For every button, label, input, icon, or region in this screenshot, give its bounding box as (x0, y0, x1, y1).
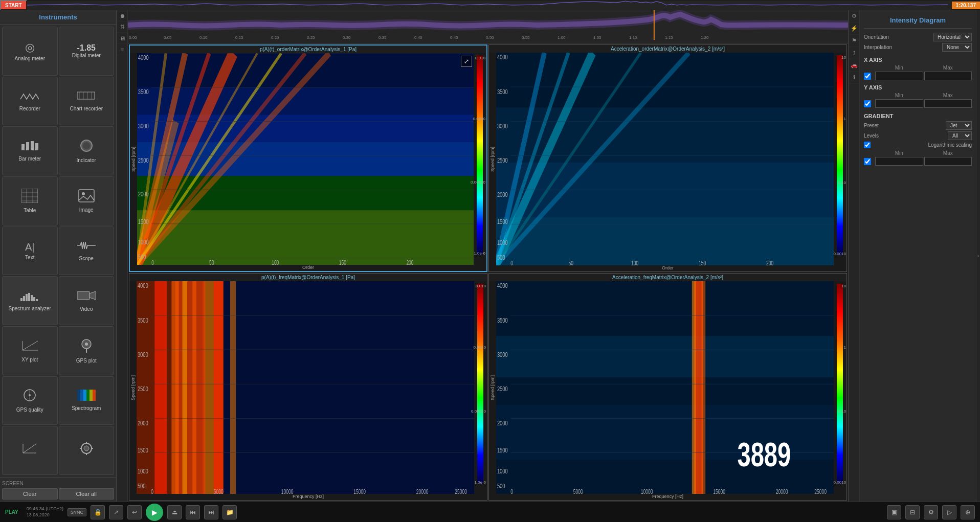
bottom-right-btn4[interactable]: ⊕ (961, 505, 975, 519)
car-icon[interactable]: 🚗 (849, 59, 860, 72)
sync-button[interactable]: SYNC (68, 508, 86, 516)
extra1-icon (21, 442, 38, 458)
toggle-icon[interactable]: ⇅ (117, 21, 128, 33)
bottom-right-btn1[interactable]: ▣ (887, 505, 901, 519)
sidebar-item-spectrum-analyzer[interactable]: Spectrum analyzer (2, 276, 58, 325)
lightning-icon[interactable]: ⚡ (849, 22, 860, 35)
x-axis-max-input[interactable]: 204.8 (924, 72, 972, 80)
svg-rect-156 (496, 336, 834, 377)
flag-icon[interactable]: ⚑ (849, 35, 860, 47)
sidebar-item-gps-plot[interactable]: GPS plot (59, 326, 115, 375)
gradient-levels-select[interactable]: All 64 128 (948, 131, 972, 140)
svg-point-36 (29, 394, 31, 396)
folder-button[interactable]: 📁 (222, 505, 237, 519)
sidebar-item-table[interactable]: Table (2, 176, 58, 225)
right-panel-collapse[interactable]: › (976, 10, 980, 502)
right-icon-bar: ⚙ ⚡ ⚑ ⤴ 🚗 ℹ (849, 10, 860, 502)
y-axis-min-input[interactable]: 100 (875, 99, 923, 108)
svg-text:10000: 10000 (641, 489, 653, 494)
expand-button-1[interactable]: ⤢ (461, 56, 472, 67)
sidebar-item-digital-meter[interactable]: -1.85 Digital meter (59, 27, 115, 76)
clear-all-button[interactable]: Clear all (59, 488, 115, 500)
svg-text:3889: 3889 (737, 436, 791, 473)
sidebar-item-gps-quality[interactable]: GPS quality (2, 376, 58, 425)
list-icon[interactable]: ≡ (117, 44, 128, 55)
svg-text:500: 500 (138, 483, 146, 490)
start-button[interactable]: START (0, 0, 27, 10)
svg-rect-104 (496, 217, 834, 265)
svg-rect-79 (137, 210, 474, 265)
svg-text:1500: 1500 (138, 447, 148, 454)
screen-label: SCREEN (2, 480, 114, 487)
info-icon[interactable]: ℹ (849, 72, 860, 84)
svg-text:20000: 20000 (776, 489, 788, 494)
svg-text:1000: 1000 (497, 467, 508, 474)
log-scaling-checkbox[interactable] (864, 142, 871, 148)
interpolation-select[interactable]: None Linear (942, 43, 972, 52)
bar-meter-icon (20, 140, 39, 154)
sidebar-item-xy-plot[interactable]: XY plot (2, 326, 58, 375)
sidebar-item-chart-recorder[interactable]: Chart recorder (59, 77, 115, 126)
screen-icon[interactable]: 🖥 (117, 33, 128, 44)
y-axis-max-input[interactable]: 4000 (924, 99, 972, 108)
share-icon[interactable]: ⤴ (849, 47, 860, 59)
xy-plot-label: XY plot (21, 357, 38, 362)
sidebar-item-indicator[interactable]: Indicator (59, 126, 115, 175)
record-icon[interactable]: ⏺ (117, 10, 128, 21)
lock-button[interactable]: 🔒 (91, 505, 105, 519)
play-button[interactable]: ▶ (146, 504, 163, 521)
sidebar-item-spectrogram[interactable]: Spectrogram (59, 376, 115, 425)
svg-text:3000: 3000 (138, 122, 149, 129)
sidebar-item-extra2[interactable] (59, 426, 115, 475)
sidebar-item-analog-meter[interactable]: ◎ Analog meter (2, 27, 58, 76)
svg-text:2000: 2000 (497, 191, 508, 198)
bottom-right-btn3[interactable]: ▷ (942, 505, 956, 519)
gradient-min-input[interactable]: 2.7e-7 (875, 157, 923, 166)
x-axis-checkbox[interactable] (864, 73, 871, 80)
y-axis-checkbox[interactable] (864, 100, 871, 107)
sidebar-item-bar-meter[interactable]: Bar meter (2, 126, 58, 175)
sidebar-item-recorder[interactable]: Recorder (2, 77, 58, 126)
eject-button[interactable]: ⏏ (167, 505, 182, 519)
undo-button[interactable]: ↩ (127, 505, 142, 519)
svg-text:2000: 2000 (138, 191, 149, 198)
chart-panel-1[interactable]: p(A)(t)_orderMatrix@OrderAnalysis_1 [Pa]… (129, 44, 487, 272)
gradient-preset-select[interactable]: Jet Hot Cool (946, 121, 972, 130)
gradient-max-header: Max (924, 150, 972, 156)
x-axis-min-input[interactable]: 0 (875, 72, 923, 80)
text-icon: A| (25, 241, 35, 253)
chart-recorder-label: Chart recorder (70, 106, 103, 111)
table-label: Table (24, 208, 36, 213)
skip-forward-button[interactable]: ⏭ (204, 505, 218, 519)
gradient-range-checkbox[interactable] (864, 158, 871, 165)
sidebar-item-text[interactable]: A| Text (2, 226, 58, 276)
skip-back-button[interactable]: ⏮ (186, 505, 200, 519)
chart-panel-2[interactable]: Acceleration_orderMatrix@OrderAnalysis_2… (488, 44, 847, 272)
svg-rect-9 (35, 143, 38, 150)
settings-icon[interactable]: ⚙ (849, 10, 860, 22)
video-label: Video (80, 306, 93, 312)
orientation-select[interactable]: Horizontal Vertical (933, 33, 972, 41)
svg-text:15000: 15000 (353, 489, 366, 494)
sidebar-item-extra1[interactable] (2, 426, 58, 475)
chart-panel-4[interactable]: Acceleration_freqMatrix@OrderAnalysis_2 … (488, 273, 847, 501)
sidebar-item-video[interactable]: Video (59, 276, 115, 325)
svg-text:3500: 3500 (497, 88, 508, 95)
gps-plot-icon (79, 338, 94, 356)
svg-text:5000: 5000 (573, 489, 583, 494)
waveform-bar[interactable]: 0:00 0:05 0:10 0:15 0:20 0:25 0:30 0:35 … (128, 10, 848, 43)
chart-panel-3[interactable]: p(A)(t)_freqMatrix@OrderAnalysis_1 [Pa] … (129, 273, 487, 501)
svg-rect-38 (77, 390, 80, 401)
clear-button[interactable]: Clear (2, 488, 58, 500)
sidebar-item-scope[interactable]: Scope (59, 226, 115, 276)
bottom-right-btn2[interactable]: ⊟ (905, 505, 920, 519)
svg-rect-40 (83, 390, 86, 401)
svg-rect-27 (77, 291, 90, 300)
cursor-button[interactable]: ↗ (109, 505, 123, 519)
svg-text:4000: 4000 (138, 54, 149, 61)
datetime: 09:46:34 (UTC+2) 13.08.2020 (27, 506, 63, 518)
sidebar-item-image[interactable]: Image (59, 176, 115, 225)
settings-bottom-button[interactable]: ⚙ (924, 505, 938, 519)
image-icon (78, 189, 95, 206)
gradient-max-input[interactable]: 0.03 (924, 157, 972, 166)
